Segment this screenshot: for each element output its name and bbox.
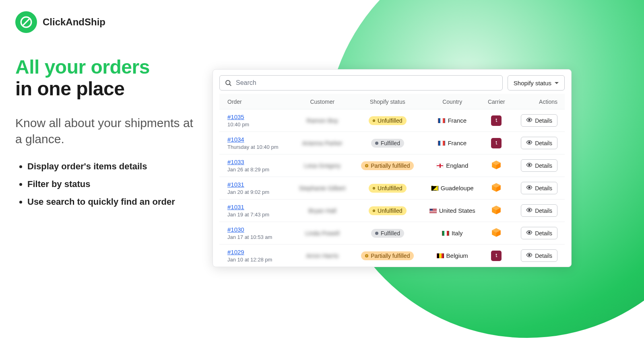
- country-cell: United States: [429, 207, 475, 214]
- carrier-icon: [491, 187, 502, 194]
- order-link[interactable]: #1035: [227, 113, 244, 120]
- order-time: Jan 17 at 10:53 am: [227, 234, 288, 240]
- status-label: Unfulfilled: [378, 208, 402, 214]
- country-name: England: [446, 162, 468, 169]
- customer-name: Stephanie Gilbert: [299, 185, 346, 191]
- table-row: #1031 Jan 20 at 9:02 pm Stephanie Gilber…: [219, 177, 565, 200]
- status-label: Unfulfilled: [378, 117, 402, 124]
- flag-icon: [442, 231, 449, 236]
- search-input[interactable]: [236, 79, 497, 86]
- col-actions: Actions: [510, 94, 565, 109]
- country-name: Belgium: [446, 252, 468, 259]
- col-carrier: Carrier: [483, 94, 510, 109]
- search-icon: [225, 79, 232, 86]
- search-box[interactable]: [219, 75, 503, 90]
- details-label: Details: [535, 162, 552, 169]
- status-dot-icon: [365, 164, 368, 167]
- order-link[interactable]: #1030: [227, 226, 244, 233]
- hero-bullet: Display order's items details: [27, 161, 200, 172]
- details-button[interactable]: Details: [521, 227, 557, 239]
- details-button[interactable]: Details: [521, 204, 557, 217]
- status-label: Fulfilled: [381, 230, 400, 237]
- order-time: Jan 26 at 8:29 pm: [227, 167, 288, 173]
- order-link[interactable]: #1031: [227, 181, 244, 188]
- country-cell: England: [436, 162, 468, 169]
- details-button[interactable]: Details: [521, 137, 557, 149]
- carrier-icon: [491, 118, 502, 125]
- details-label: Details: [535, 230, 552, 237]
- customer-name: Ramon Boy: [307, 117, 338, 124]
- country-name: France: [448, 117, 466, 124]
- details-label: Details: [535, 140, 552, 146]
- country-cell: Guadeloupe: [431, 185, 474, 191]
- flag-icon: [436, 163, 444, 168]
- orders-table: Order Customer Shopify status Country Ca…: [219, 94, 565, 267]
- customer-name: Arianna Parker: [302, 140, 343, 146]
- brand-logo-icon: [15, 11, 37, 33]
- hero-title-accent: All your orders: [15, 56, 200, 78]
- eye-icon: [526, 229, 533, 237]
- flag-icon: [437, 253, 444, 258]
- brand: ClickAndShip: [15, 11, 105, 33]
- table-row: #1031 Jan 19 at 7:43 pm Bryan Hall Unful…: [219, 200, 565, 222]
- svg-point-11: [528, 254, 530, 256]
- status-label: Partially fulfilled: [371, 162, 410, 169]
- order-time: 10:40 pm: [227, 121, 288, 128]
- status-label: Partially fulfilled: [371, 253, 410, 259]
- status-dot-icon: [373, 210, 375, 212]
- svg-point-9: [528, 232, 530, 233]
- eye-icon: [526, 117, 533, 124]
- order-link[interactable]: #1029: [227, 249, 244, 255]
- country-cell: Belgium: [437, 252, 468, 259]
- details-button[interactable]: Details: [521, 182, 557, 194]
- status-badge: Unfulfilled: [369, 206, 406, 215]
- chevron-down-icon: [555, 82, 559, 84]
- hero-title-rest: in one place: [15, 78, 124, 99]
- details-button[interactable]: Details: [521, 249, 557, 262]
- orders-panel: Shopify status Order Customer Shopify st…: [213, 69, 572, 267]
- details-label: Details: [535, 185, 552, 191]
- svg-point-5: [528, 142, 530, 143]
- country-cell: France: [438, 117, 466, 124]
- table-row: #1030 Jan 17 at 10:53 am Linda Powell Fu…: [219, 222, 565, 245]
- customer-name: Linda Powell: [305, 230, 339, 237]
- country-name: Italy: [452, 230, 463, 237]
- status-badge: Partially fulfilled: [361, 161, 414, 170]
- hero-subtitle: Know all about your shipments at a glanc…: [15, 115, 200, 148]
- eye-icon: [526, 184, 533, 192]
- details-button[interactable]: Details: [521, 159, 557, 172]
- status-badge: Unfulfilled: [369, 184, 406, 193]
- details-label: Details: [535, 117, 552, 124]
- svg-point-2: [496, 119, 497, 120]
- flag-icon: [438, 141, 445, 146]
- hero-bullet: Filter by status: [27, 179, 200, 189]
- eye-icon: [526, 162, 533, 169]
- order-link[interactable]: #1033: [227, 158, 244, 165]
- status-filter-label: Shopify status: [514, 80, 551, 86]
- hero-title: All your orders in one place: [15, 56, 200, 100]
- country-name: United States: [439, 207, 475, 214]
- hero-bullet: Use search to quickly find an order: [27, 197, 200, 207]
- svg-point-3: [528, 119, 530, 121]
- table-row: #1029 Jan 10 at 12:28 pm Arron Harris Pa…: [219, 245, 565, 267]
- status-badge: Fulfilled: [371, 139, 404, 148]
- order-time: Jan 19 at 7:43 pm: [227, 212, 288, 218]
- order-link[interactable]: #1031: [227, 204, 244, 210]
- col-country: Country: [422, 94, 483, 109]
- customer-name: Lesa Gregory: [304, 162, 341, 169]
- svg-point-10: [496, 254, 497, 255]
- status-dot-icon: [375, 232, 378, 235]
- order-time: Jan 10 at 12:28 pm: [227, 257, 288, 263]
- status-dot-icon: [373, 187, 375, 189]
- details-label: Details: [535, 253, 552, 259]
- details-button[interactable]: Details: [521, 114, 557, 127]
- flag-icon: [429, 208, 437, 213]
- eye-icon: [526, 207, 533, 214]
- status-label: Fulfilled: [381, 140, 400, 146]
- status-badge: Unfulfilled: [369, 116, 406, 125]
- carrier-icon: [491, 253, 502, 260]
- status-filter-dropdown[interactable]: Shopify status: [508, 75, 565, 90]
- order-link[interactable]: #1034: [227, 136, 244, 143]
- customer-name: Bryan Hall: [308, 207, 336, 214]
- carrier-icon: [491, 140, 502, 147]
